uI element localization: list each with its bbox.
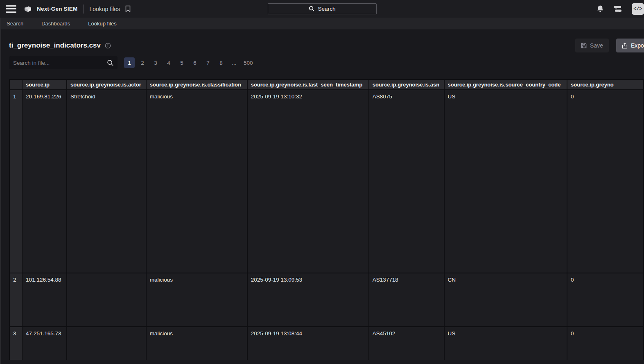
pagination: 12345678...500 bbox=[124, 57, 255, 68]
column-header[interactable]: source.ip.greyno bbox=[567, 79, 644, 90]
column-header[interactable]: source.ip bbox=[23, 79, 67, 90]
pagination-page-8[interactable]: 8 bbox=[216, 57, 226, 68]
top-bar: Next-Gen SIEM Lookup files Search </ bbox=[0, 0, 644, 18]
column-header[interactable]: source.ip.greynoise.is.classification bbox=[147, 79, 248, 90]
lookup-file-table: source.ipsource.ip.greynoise.is.actorsou… bbox=[9, 79, 644, 360]
table-row: 2101.126.54.88malicious2025-09-19 13:09:… bbox=[9, 273, 644, 327]
save-icon bbox=[581, 43, 587, 48]
hamburger-menu-icon[interactable] bbox=[6, 5, 16, 13]
file-toolbar: 12345678...500 bbox=[0, 52, 644, 69]
info-icon[interactable] bbox=[105, 43, 111, 49]
table-cell[interactable]: 2025-09-19 13:08:44 bbox=[248, 327, 369, 360]
table-cell[interactable]: 0 bbox=[567, 273, 644, 327]
app-title: Next-Gen SIEM bbox=[37, 6, 77, 12]
table-cell[interactable]: malicious bbox=[147, 273, 248, 327]
table-header-row: source.ipsource.ip.greynoise.is.actorsou… bbox=[9, 79, 644, 90]
pagination-page-5[interactable]: 5 bbox=[176, 57, 187, 68]
table-cell[interactable]: 47.251.165.73 bbox=[23, 327, 67, 360]
table-cell[interactable]: CN bbox=[445, 273, 568, 327]
pagination-page-4[interactable]: 4 bbox=[163, 57, 174, 68]
row-number-cell[interactable]: 3 bbox=[9, 327, 23, 360]
export-icon bbox=[622, 43, 628, 49]
table-row: 120.169.81.226Stretchoidmalicious2025-09… bbox=[9, 90, 644, 273]
table-cell[interactable]: AS45102 bbox=[369, 327, 445, 360]
bookmark-icon[interactable] bbox=[125, 5, 131, 12]
code-view-button[interactable]: </> bbox=[632, 3, 644, 15]
file-search-icon[interactable] bbox=[107, 59, 114, 66]
save-button-label: Save bbox=[590, 42, 603, 49]
window-left-edge bbox=[0, 18, 1, 364]
export-button-label: Export bbox=[631, 42, 644, 49]
table-cell[interactable]: 2025-09-19 13:10:32 bbox=[248, 90, 369, 273]
pagination-page-3[interactable]: 3 bbox=[150, 57, 161, 68]
table-cell[interactable]: malicious bbox=[147, 327, 248, 360]
table-cell[interactable]: 0 bbox=[567, 327, 644, 360]
table-cell[interactable]: 2025-09-19 13:09:53 bbox=[248, 273, 369, 327]
pagination-ellipsis: ... bbox=[229, 57, 240, 68]
column-header[interactable]: source.ip.greynoise.is.asn bbox=[369, 79, 445, 90]
secondary-nav: SearchDashboardsLookup files bbox=[0, 18, 644, 30]
file-search-box[interactable] bbox=[9, 56, 118, 69]
table-row: 347.251.165.73malicious2025-09-19 13:08:… bbox=[9, 327, 644, 360]
chat-messages-icon[interactable] bbox=[614, 5, 622, 13]
row-number-cell[interactable]: 1 bbox=[9, 90, 23, 273]
column-header[interactable]: source.ip.greynoise.is.actor bbox=[67, 79, 147, 90]
global-search-label: Search bbox=[318, 6, 336, 12]
page-header: ti_greynoise_indicators.csv Save Export bbox=[0, 30, 644, 52]
column-header[interactable]: source.ip.greynoise.is.source_country_co… bbox=[445, 79, 568, 90]
subnav-item-lookup-files[interactable]: Lookup files bbox=[88, 20, 116, 27]
subnav-item-dashboards[interactable]: Dashboards bbox=[41, 20, 70, 27]
save-button[interactable]: Save bbox=[575, 39, 609, 52]
pagination-page-2[interactable]: 2 bbox=[137, 57, 148, 68]
pagination-page-500[interactable]: 500 bbox=[242, 57, 255, 68]
table-cell[interactable]: 20.169.81.226 bbox=[23, 90, 67, 273]
table-cell[interactable]: AS8075 bbox=[369, 90, 445, 273]
search-icon bbox=[309, 6, 315, 12]
table-cell[interactable]: malicious bbox=[147, 90, 248, 273]
pagination-page-6[interactable]: 6 bbox=[190, 57, 200, 68]
row-number-cell[interactable]: 2 bbox=[9, 273, 23, 327]
notifications-bell-icon[interactable] bbox=[597, 5, 604, 13]
table-cell[interactable]: US bbox=[445, 90, 568, 273]
table-cell[interactable]: Stretchoid bbox=[67, 90, 147, 273]
table-cell[interactable]: US bbox=[445, 327, 568, 360]
pagination-page-7[interactable]: 7 bbox=[203, 57, 213, 68]
column-header[interactable]: source.ip.greynoise.is.last_seen_timesta… bbox=[248, 79, 369, 90]
lookup-file-table-container[interactable]: source.ipsource.ip.greynoise.is.actorsou… bbox=[9, 79, 644, 360]
pagination-page-1[interactable]: 1 bbox=[124, 57, 135, 68]
app-logo-icon[interactable] bbox=[23, 4, 33, 14]
page-title: ti_greynoise_indicators.csv bbox=[9, 41, 101, 50]
global-search-button[interactable]: Search bbox=[268, 3, 377, 14]
table-cell[interactable]: 101.126.54.88 bbox=[23, 273, 67, 327]
table-cell[interactable]: 0 bbox=[567, 90, 644, 273]
subnav-item-search[interactable]: Search bbox=[7, 20, 23, 27]
table-cell[interactable]: AS137718 bbox=[369, 273, 445, 327]
table-cell[interactable] bbox=[67, 327, 147, 360]
row-number-header[interactable] bbox=[9, 79, 23, 90]
table-cell[interactable] bbox=[67, 273, 147, 327]
file-search-input[interactable] bbox=[9, 60, 118, 66]
topbar-context-label[interactable]: Lookup files bbox=[89, 6, 120, 12]
export-button[interactable]: Export bbox=[616, 39, 644, 52]
topbar-divider bbox=[83, 5, 84, 14]
